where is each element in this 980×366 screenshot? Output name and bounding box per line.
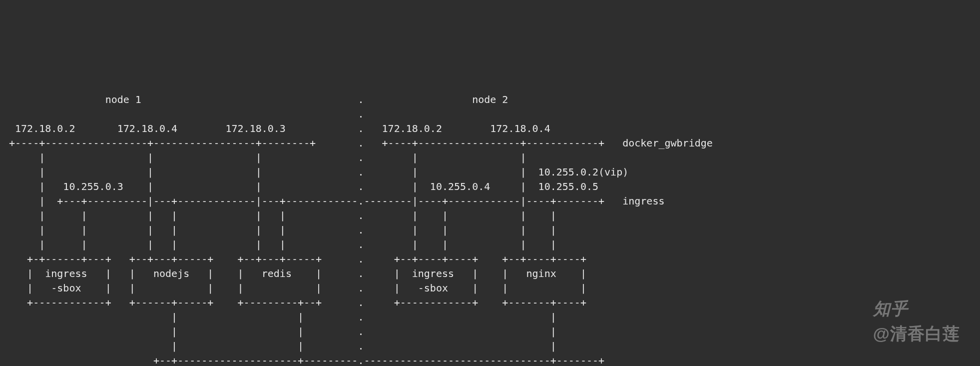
network-diagram: node 1 . node 2 . 172.18.0.2 172.18.0.4 … — [0, 82, 980, 366]
